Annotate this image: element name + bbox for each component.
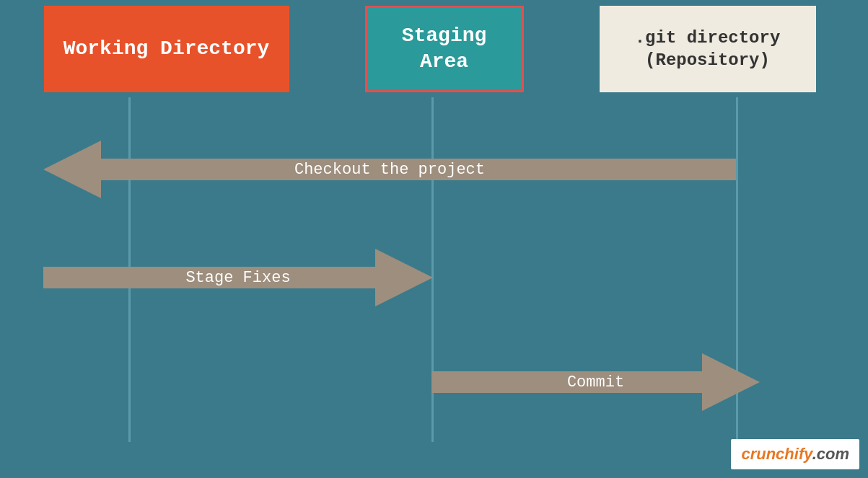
working-directory-box: Working Directory (44, 6, 289, 92)
checkout-arrow-wrapper: Checkout the project (43, 141, 736, 198)
stage-arrow-wrapper: Stage Fixes (43, 249, 433, 306)
arrows-area: Checkout the project Stage Fixes Commit (0, 97, 868, 451)
staging-area-label: StagingArea (402, 23, 487, 76)
header-area: Working Directory StagingArea .git direc… (0, 0, 868, 92)
working-directory-label: Working Directory (63, 36, 270, 62)
git-directory-box: .git directory(Repository) (600, 6, 816, 92)
stage-arrow-svg (43, 249, 433, 306)
svg-marker-2 (431, 353, 760, 411)
git-directory-label: .git directory(Repository) (635, 27, 781, 71)
commit-arrow-wrapper: Commit (431, 353, 760, 411)
commit-arrow-svg (431, 353, 760, 411)
crunchify-name: crunchify (741, 445, 812, 463)
svg-marker-0 (43, 141, 736, 198)
svg-marker-1 (43, 249, 433, 306)
staging-area-box: StagingArea (365, 6, 524, 92)
checkout-arrow-svg (43, 141, 736, 198)
crunchify-logo: crunchify.com (731, 439, 859, 469)
